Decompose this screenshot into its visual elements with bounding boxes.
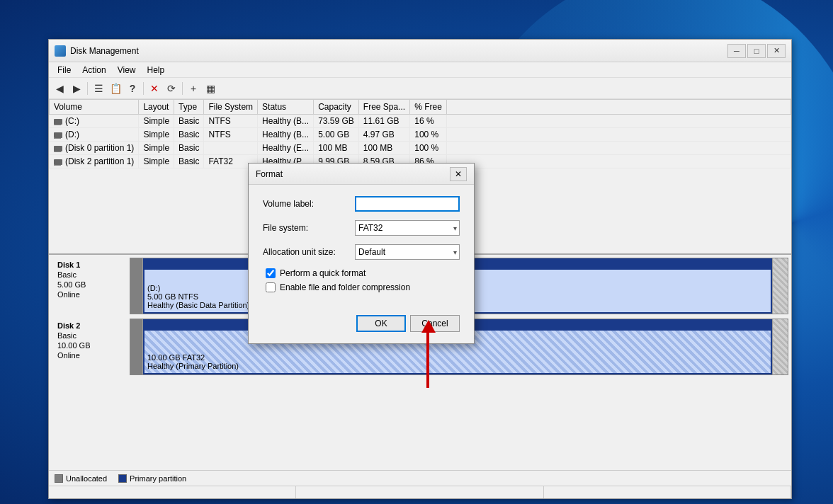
alloc-unit-select-wrapper: Default 512 1024 2048 4096 (355, 244, 460, 260)
dialog-body: Volume label: File system: FAT32 NTFS ex… (249, 185, 474, 308)
dialog-close-button[interactable]: ✕ (450, 167, 467, 181)
file-system-select-wrapper: FAT32 NTFS exFAT (355, 220, 460, 236)
dialog-overlay: Format ✕ Volume label: File system: FAT3… (0, 0, 833, 504)
file-system-row: File system: FAT32 NTFS exFAT (263, 220, 460, 236)
quick-format-row: Perform a quick format (263, 268, 460, 278)
arrow-head (421, 320, 436, 333)
file-system-control: FAT32 NTFS exFAT (355, 220, 460, 236)
compression-label[interactable]: Enable file and folder compression (280, 282, 410, 292)
quick-format-label[interactable]: Perform a quick format (280, 268, 366, 278)
volume-label-row: Volume label: (263, 196, 460, 212)
quick-format-checkbox[interactable] (266, 268, 276, 278)
alloc-unit-select[interactable]: Default 512 1024 2048 4096 (355, 244, 460, 260)
volume-label-input[interactable] (355, 196, 460, 212)
dialog-title-text: Format (256, 169, 450, 179)
volume-label-label: Volume label: (263, 199, 355, 209)
compression-checkbox[interactable] (266, 282, 276, 292)
format-dialog: Format ✕ Volume label: File system: FAT3… (248, 163, 475, 344)
alloc-unit-label: Allocation unit size: (263, 247, 355, 257)
arrow-shaft (426, 331, 429, 388)
dialog-footer: OK Cancel (249, 308, 474, 343)
compression-row: Enable file and folder compression (263, 282, 460, 292)
dialog-title-bar: Format ✕ (249, 164, 474, 185)
file-system-select[interactable]: FAT32 NTFS exFAT (355, 220, 460, 236)
volume-label-control (355, 196, 460, 212)
file-system-label: File system: (263, 223, 355, 233)
alloc-unit-row: Allocation unit size: Default 512 1024 2… (263, 244, 460, 260)
alloc-unit-control: Default 512 1024 2048 4096 (355, 244, 460, 260)
ok-button[interactable]: OK (356, 315, 406, 332)
